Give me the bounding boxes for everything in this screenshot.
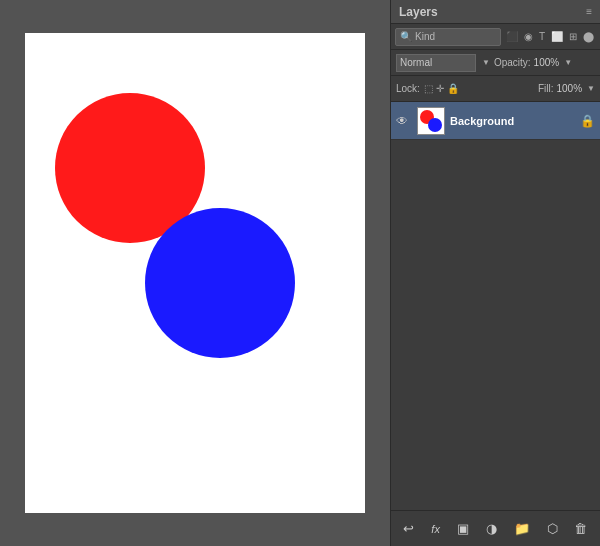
search-box[interactable]: 🔍 Kind xyxy=(395,28,501,46)
layers-panel: Layers ≡ 🔍 Kind ⬛ ◉ T ⬜ ⊞ ⬤ Normal ▼ Opa… xyxy=(390,0,600,546)
blend-dropdown-arrow: ▼ xyxy=(482,58,490,67)
blend-mode-select[interactable]: Normal xyxy=(396,54,476,72)
search-row: 🔍 Kind ⬛ ◉ T ⬜ ⊞ ⬤ xyxy=(391,24,600,50)
search-icon: 🔍 xyxy=(400,31,412,42)
fill-section: Fill: 100% ▼ xyxy=(538,83,595,94)
layer-item-background[interactable]: 👁 Background 🔒 xyxy=(391,102,600,140)
filter-text-icon[interactable]: T xyxy=(537,30,547,43)
opacity-value[interactable]: 100% xyxy=(534,57,560,68)
lock-artboard-icon[interactable]: 🔒 xyxy=(447,83,459,94)
canvas-document xyxy=(25,33,365,513)
filter-pixel-icon[interactable]: ⬛ xyxy=(504,30,520,43)
layer-list: 👁 Background 🔒 xyxy=(391,102,600,510)
filter-smart-icon[interactable]: ⊞ xyxy=(567,30,579,43)
lock-label: Lock: xyxy=(396,83,420,94)
opacity-label: Opacity: xyxy=(494,57,531,68)
thumb-blue-circle xyxy=(428,118,442,132)
new-layer-button[interactable]: ⬡ xyxy=(543,519,562,538)
panel-toolbar: ↩ fx ▣ ◑ 📁 ⬡ 🗑 xyxy=(391,510,600,546)
layer-name: Background xyxy=(450,115,575,127)
filter-toggle-icon[interactable]: ⬤ xyxy=(581,30,596,43)
blue-circle xyxy=(145,208,295,358)
search-kind-label: Kind xyxy=(415,31,435,42)
layer-lock-icon: 🔒 xyxy=(580,114,595,128)
lock-icons: ⬚ ✛ 🔒 xyxy=(424,83,459,94)
lock-position-icon[interactable]: ✛ xyxy=(436,83,444,94)
lock-fill-row: Lock: ⬚ ✛ 🔒 Fill: 100% ▼ xyxy=(391,76,600,102)
lock-pixel-icon[interactable]: ⬚ xyxy=(424,83,433,94)
opacity-dropdown-arrow: ▼ xyxy=(564,58,572,67)
opacity-row: Opacity: 100% ▼ xyxy=(494,57,595,68)
panel-header: Layers ≡ xyxy=(391,0,600,24)
fill-label: Fill: xyxy=(538,83,554,94)
link-button[interactable]: ↩ xyxy=(399,519,418,538)
delete-layer-button[interactable]: 🗑 xyxy=(570,519,591,538)
new-group-button[interactable]: 📁 xyxy=(510,519,534,538)
filter-shape-icon[interactable]: ⬜ xyxy=(549,30,565,43)
filter-adjust-icon[interactable]: ◉ xyxy=(522,30,535,43)
panel-title: Layers xyxy=(399,5,438,19)
panel-menu-icon[interactable]: ≡ xyxy=(586,6,592,17)
new-fill-layer-button[interactable]: ▣ xyxy=(453,519,473,538)
filter-icons: ⬛ ◉ T ⬜ ⊞ ⬤ xyxy=(504,30,596,43)
fill-value[interactable]: 100% xyxy=(557,83,583,94)
adjustment-layer-button[interactable]: ◑ xyxy=(482,519,501,538)
fill-dropdown-arrow: ▼ xyxy=(587,84,595,93)
blend-opacity-row: Normal ▼ Opacity: 100% ▼ xyxy=(391,50,600,76)
fx-button[interactable]: fx xyxy=(427,521,444,537)
canvas-area xyxy=(0,0,390,546)
layer-thumbnail xyxy=(417,107,445,135)
visibility-icon[interactable]: 👁 xyxy=(396,114,412,128)
